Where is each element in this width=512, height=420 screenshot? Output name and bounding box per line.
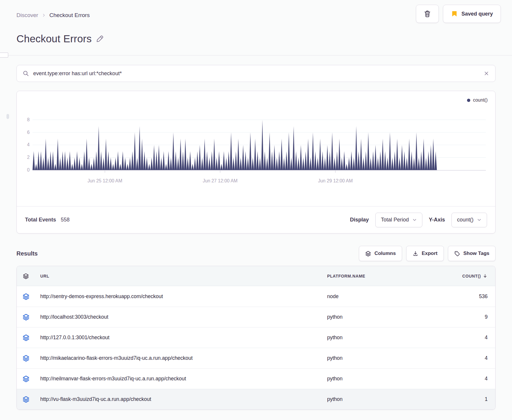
results-actions: Columns Export Show Tags (359, 246, 496, 261)
row-count: 4 (433, 355, 495, 361)
column-header-count-label: COUNT() (462, 274, 481, 278)
results-bar: Results Columns Export Show Tags (16, 246, 496, 261)
chart-legend[interactable]: count() (467, 98, 488, 103)
row-url[interactable]: http://mikaelacarino-flask-errors-m3uuiz… (35, 355, 327, 361)
events-chart-panel: count() 02468Jun 25 12:00 AMJun 27 12:00… (16, 91, 496, 233)
row-platform: node (327, 293, 433, 300)
layers-icon[interactable] (17, 273, 35, 279)
saved-query-button[interactable]: Saved query (443, 5, 501, 23)
legend-label: count() (473, 98, 488, 103)
svg-text:4: 4 (27, 142, 30, 147)
saved-query-label: Saved query (461, 11, 493, 17)
row-url[interactable]: http://127.0.0.1:3001/checkout (35, 335, 327, 341)
results-heading: Results (16, 250, 38, 257)
row-count: 536 (433, 293, 495, 300)
panel-edge-tab[interactable] (0, 53, 8, 58)
row-url[interactable]: http://neilmanvar-flask-errors-m3uuizd7i… (35, 376, 327, 382)
events-area-chart[interactable]: 02468Jun 25 12:00 AMJun 27 12:00 AMJun 2… (24, 102, 488, 190)
table-row[interactable]: http://localhost:3003/checkout python 9 (17, 307, 495, 327)
svg-text:2: 2 (27, 155, 30, 160)
row-platform: python (327, 314, 433, 320)
breadcrumb: Discover Checkout Errors (16, 12, 90, 19)
export-button[interactable]: Export (406, 246, 444, 261)
row-count: 4 (433, 376, 495, 382)
breadcrumb-discover[interactable]: Discover (16, 12, 38, 19)
columns-button[interactable]: Columns (359, 246, 402, 261)
display-dropdown[interactable]: Total Period (375, 213, 422, 227)
total-events-label: Total Events (25, 217, 56, 223)
row-platform: python (327, 396, 433, 402)
table-row[interactable]: http://neilmanvar-flask-errors-m3uuizd7i… (17, 368, 495, 389)
columns-button-label: Columns (374, 251, 396, 256)
table-row[interactable]: http://mikaelacarino-flask-errors-m3uuiz… (17, 348, 495, 368)
yaxis-label: Y-Axis (429, 217, 445, 223)
display-dropdown-value: Total Period (381, 217, 409, 223)
legend-dot-icon (467, 99, 470, 102)
layers-icon[interactable] (17, 293, 35, 300)
svg-text:0: 0 (27, 167, 30, 172)
column-header-platform[interactable]: PLATFORM.NAME (327, 274, 433, 278)
table-row[interactable]: http://127.0.0.1:3001/checkout python 4 (17, 327, 495, 348)
column-header-count[interactable]: COUNT() (433, 273, 495, 278)
total-events-value: 558 (61, 217, 70, 223)
layers-icon (365, 251, 371, 257)
total-events: Total Events 558 (25, 217, 70, 223)
breadcrumb-current: Checkout Errors (49, 12, 90, 19)
tag-icon (454, 251, 460, 257)
top-bar: Discover Checkout Errors Saved query (0, 0, 512, 23)
bookmark-icon (451, 10, 458, 17)
row-count: 4 (433, 335, 495, 341)
delete-query-button[interactable] (416, 5, 439, 23)
chevron-right-icon (42, 13, 46, 17)
display-label: Display (350, 217, 369, 223)
table-header-row: URL PLATFORM.NAME COUNT() (17, 266, 495, 286)
show-tags-button-label: Show Tags (464, 251, 489, 256)
table-row[interactable]: http://vu-flask-m3uuizd7iq-uc.a.run.app/… (17, 389, 495, 409)
layers-icon[interactable] (17, 396, 35, 403)
layers-icon[interactable] (17, 334, 35, 341)
trash-icon (424, 10, 431, 18)
chart-footer: Total Events 558 Display Total Period Y-… (17, 206, 495, 233)
svg-text:Jun 29 12:00 AM: Jun 29 12:00 AM (318, 178, 353, 183)
main-content: count() 02468Jun 25 12:00 AMJun 27 12:00… (0, 65, 512, 410)
page-title: Checkout Errors (0, 33, 512, 45)
download-icon (412, 251, 419, 257)
row-platform: python (327, 355, 433, 361)
row-platform: python (327, 335, 433, 341)
header-divider (0, 55, 512, 56)
table-row[interactable]: http://sentry-demos-express.herokuapp.co… (17, 286, 495, 307)
chart-controls: Display Total Period Y-Axis count() (350, 213, 487, 227)
page-title-text: Checkout Errors (16, 33, 92, 45)
row-platform: python (327, 376, 433, 382)
layers-icon[interactable] (17, 355, 35, 362)
table-body: http://sentry-demos-express.herokuapp.co… (17, 286, 495, 409)
arrow-down-icon (483, 273, 488, 278)
scroll-indicator (6, 114, 9, 119)
row-url[interactable]: http://vu-flask-m3uuizd7iq-uc.a.run.app/… (35, 396, 327, 402)
close-icon[interactable] (483, 70, 489, 76)
search-icon (23, 70, 29, 77)
yaxis-dropdown-value: count() (457, 217, 473, 223)
results-table: URL PLATFORM.NAME COUNT() http://sentry-… (16, 266, 496, 410)
layers-icon[interactable] (17, 313, 35, 321)
chevron-down-icon (477, 218, 481, 222)
export-button-label: Export (422, 251, 438, 256)
chevron-down-icon (412, 218, 417, 222)
svg-text:8: 8 (27, 117, 30, 122)
svg-text:6: 6 (27, 130, 30, 135)
show-tags-button[interactable]: Show Tags (448, 246, 496, 261)
yaxis-dropdown[interactable]: count() (451, 213, 487, 227)
row-url[interactable]: http://localhost:3003/checkout (35, 314, 327, 320)
edit-pencil-icon[interactable] (96, 35, 104, 43)
search-input[interactable] (33, 70, 479, 77)
column-header-url[interactable]: URL (35, 274, 327, 278)
header-actions: Saved query (416, 5, 501, 23)
row-url[interactable]: http://sentry-demos-express.herokuapp.co… (35, 293, 327, 300)
svg-text:Jun 27 12:00 AM: Jun 27 12:00 AM (203, 178, 237, 183)
chart-plot-area: 02468Jun 25 12:00 AMJun 27 12:00 AMJun 2… (17, 91, 495, 206)
layers-icon[interactable] (17, 375, 35, 382)
row-count: 9 (433, 314, 495, 320)
svg-text:Jun 25 12:00 AM: Jun 25 12:00 AM (88, 178, 122, 183)
row-count: 1 (433, 396, 495, 402)
search-bar (16, 65, 496, 82)
